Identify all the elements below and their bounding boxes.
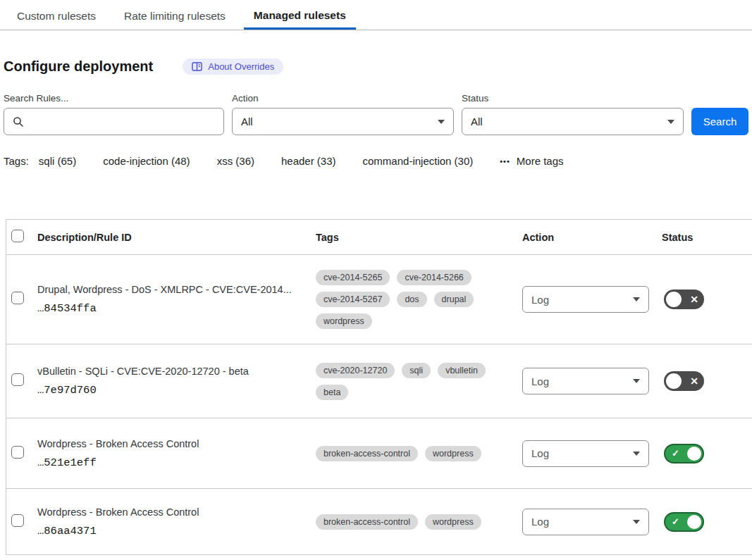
chevron-down-icon <box>633 520 640 524</box>
page-header: Configure deployment About Overrides <box>4 58 748 75</box>
rule-tag: cve-2014-5265 <box>316 270 390 285</box>
search-icon <box>13 116 24 127</box>
action-select[interactable]: Log <box>522 368 649 394</box>
toggle-knob <box>666 373 682 389</box>
status-toggle[interactable]: ✓ <box>664 512 704 532</box>
tab-rate-limiting-rulesets[interactable]: Rate limiting rulesets <box>114 1 235 30</box>
status-filter-label: Status <box>462 93 684 104</box>
chevron-down-icon <box>667 120 674 124</box>
toggle-knob <box>666 292 682 307</box>
column-header-status: Status <box>662 232 752 243</box>
action-select-value: Log <box>531 516 549 528</box>
tag-filter-item[interactable]: command-injection (30) <box>363 155 474 167</box>
action-select-value: Log <box>531 294 549 306</box>
rule-tag: cve-2014-5267 <box>316 292 390 307</box>
tags-bar-items: sqli (65)code-injection (48)xss (36)head… <box>39 155 473 167</box>
action-select-value: Log <box>531 447 549 459</box>
rule-title: Wordpress - Broken Access Control <box>37 438 302 449</box>
about-overrides-link[interactable]: About Overrides <box>183 58 283 75</box>
status-filter-select[interactable]: All <box>462 108 684 135</box>
column-header-action: Action <box>522 232 662 243</box>
table-header-row: Description/Rule ID Tags Action Status <box>6 220 752 255</box>
status-toggle[interactable]: ✕ <box>664 371 704 391</box>
table-body: Drupal, Wordpress - DoS - XMLRPC - CVE:C… <box>6 255 752 555</box>
table-row: Wordpress - Broken Access Control…521e1e… <box>6 418 752 489</box>
more-tags-button[interactable]: ••• More tags <box>500 155 563 167</box>
book-icon <box>192 62 202 71</box>
tag-filter-item[interactable]: code-injection (48) <box>103 155 190 167</box>
cross-icon: ✕ <box>690 376 698 386</box>
rule-id: …7e97d760 <box>37 384 302 397</box>
rule-id: …521e1eff <box>37 456 302 469</box>
action-filter-select[interactable]: All <box>232 108 454 135</box>
chevron-down-icon <box>438 120 445 124</box>
action-select[interactable]: Log <box>522 286 649 313</box>
table-row: vBulletin - SQLi - CVE:CVE-2020-12720 - … <box>6 344 752 418</box>
table-row: Wordpress - Broken Access Control…86aa43… <box>6 489 752 555</box>
tags-bar-label: Tags: <box>4 155 29 167</box>
chevron-down-icon <box>633 379 640 383</box>
search-input-box <box>4 108 224 135</box>
rule-tag: broken-access-control <box>316 446 418 461</box>
search-rules-label: Search Rules... <box>4 93 224 104</box>
action-select[interactable]: Log <box>522 509 649 535</box>
tag-filter-item[interactable]: sqli (65) <box>39 155 76 167</box>
action-filter-value: All <box>241 116 253 127</box>
rule-tag: wordpress <box>425 446 481 461</box>
rule-title: Drupal, Wordpress - DoS - XMLRPC - CVE:C… <box>37 284 302 295</box>
filter-bar: Search Rules... Action All Status All Se… <box>4 93 748 135</box>
action-filter-label: Action <box>232 93 454 104</box>
check-icon: ✓ <box>672 449 679 458</box>
toggle-knob <box>687 447 701 461</box>
column-header-tags: Tags <box>316 232 522 243</box>
select-all-checkbox[interactable] <box>11 230 24 242</box>
cross-icon: ✕ <box>690 294 698 304</box>
toggle-knob <box>687 515 701 529</box>
more-tags-label: More tags <box>517 155 564 167</box>
rule-tag: cve-2014-5266 <box>397 270 471 285</box>
tags-bar: Tags: sqli (65)code-injection (48)xss (3… <box>4 155 748 167</box>
rule-tag: wordpress <box>316 313 372 329</box>
action-select-value: Log <box>531 375 549 387</box>
rule-id: …84534ffa <box>37 302 302 315</box>
rule-tag: wordpress <box>425 514 481 530</box>
status-filter-value: All <box>471 116 483 127</box>
status-toggle[interactable]: ✕ <box>664 290 704 309</box>
search-input[interactable] <box>30 115 215 128</box>
tag-filter-item[interactable]: header (33) <box>281 155 336 167</box>
tab-custom-rulesets[interactable]: Custom rulesets <box>7 1 106 30</box>
status-toggle[interactable]: ✓ <box>664 444 704 463</box>
rule-tag: vbulletin <box>438 363 486 378</box>
rule-tag: beta <box>316 385 348 400</box>
chevron-down-icon <box>633 452 640 456</box>
rule-id: …86aa4371 <box>37 525 302 537</box>
page-title: Configure deployment <box>4 58 153 75</box>
check-icon: ✓ <box>672 517 679 526</box>
rule-title: Wordpress - Broken Access Control <box>37 506 302 518</box>
about-overrides-label: About Overrides <box>208 61 274 72</box>
ellipsis-icon: ••• <box>500 157 510 166</box>
rule-tag: cve-2020-12720 <box>316 363 395 378</box>
tab-bar: Custom rulesets Rate limiting rulesets M… <box>0 0 752 30</box>
rule-tag: sqli <box>402 363 431 378</box>
rule-tag: dos <box>397 292 426 307</box>
action-select[interactable]: Log <box>522 440 649 467</box>
rule-tag: broken-access-control <box>316 514 418 530</box>
chevron-down-icon <box>633 297 640 301</box>
row-checkbox[interactable] <box>11 514 24 527</box>
rule-title: vBulletin - SQLi - CVE:CVE-2020-12720 - … <box>37 366 302 377</box>
row-checkbox[interactable] <box>11 373 24 386</box>
table-row: Drupal, Wordpress - DoS - XMLRPC - CVE:C… <box>6 255 752 344</box>
row-checkbox[interactable] <box>11 446 24 459</box>
rule-tag: drupal <box>434 292 474 307</box>
row-checkbox[interactable] <box>11 292 24 304</box>
rules-table: Description/Rule ID Tags Action Status D… <box>6 219 752 555</box>
search-button[interactable]: Search <box>691 108 748 135</box>
column-header-description: Description/Rule ID <box>37 232 316 243</box>
tab-managed-rulesets[interactable]: Managed rulesets <box>244 1 356 30</box>
tag-filter-item[interactable]: xss (36) <box>217 155 254 167</box>
